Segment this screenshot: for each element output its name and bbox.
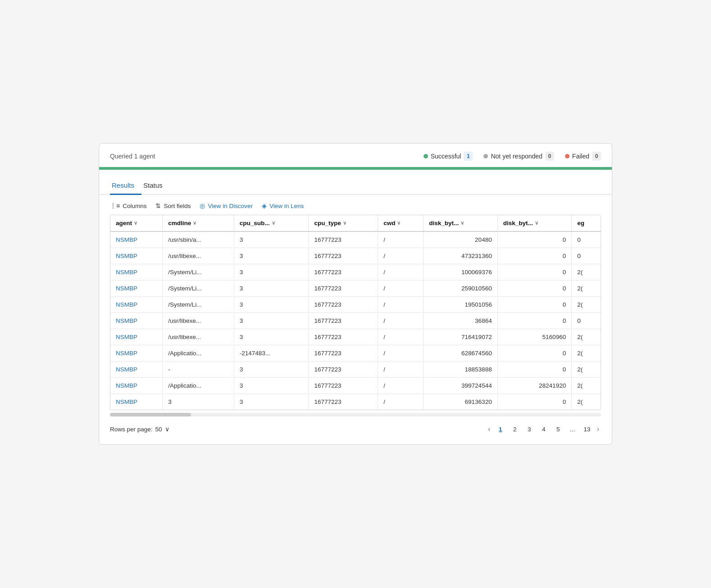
cell-cmdline: /System/Li... [163, 280, 234, 297]
cell-agent[interactable]: NSMBP [110, 378, 163, 394]
rows-per-page-label: Rows per page: [110, 426, 153, 433]
cell-agent[interactable]: NSMBP [110, 297, 163, 313]
page-3-button[interactable]: 3 [523, 423, 536, 435]
cell-eg: 0 [572, 313, 601, 329]
cell-cpu_type: 16777223 [309, 280, 378, 297]
table-row: NSMBP/System/Li...316777223/10006937602( [110, 264, 601, 280]
sort-disk1-icon: ∨ [460, 220, 464, 226]
cell-eg: 2( [572, 394, 601, 410]
columns-button[interactable]: ⋮≡ Columns [110, 202, 146, 209]
cell-disk_byt2: 5160960 [497, 329, 572, 345]
cell-eg: 0 [572, 248, 601, 264]
pagination: ‹ 1 2 3 4 5 … 13 › [486, 423, 601, 435]
lens-icon: ◈ [262, 202, 267, 209]
cell-cwd: / [378, 345, 424, 362]
cell-agent[interactable]: NSMBP [110, 264, 163, 280]
sort-cmdline-icon: ∨ [193, 220, 196, 226]
queried-label: Queried 1 agent [110, 153, 155, 160]
cell-cpu_sub: 3 [234, 297, 309, 313]
sort-fields-button[interactable]: ⇅ Sort fields [155, 202, 191, 209]
view-lens-button[interactable]: ◈ View in Lens [262, 202, 304, 209]
col-disk-byt1[interactable]: disk_byt... ∨ [424, 215, 498, 231]
col-agent[interactable]: agent ∨ [110, 215, 163, 231]
cell-disk_byt1: 20480 [424, 231, 498, 248]
cell-disk_byt2: 0 [497, 362, 572, 378]
cell-disk_byt1: 259010560 [424, 280, 498, 297]
cell-cpu_type: 16777223 [309, 231, 378, 248]
cell-agent[interactable]: NSMBP [110, 394, 163, 410]
cell-cwd: / [378, 329, 424, 345]
cell-agent[interactable]: NSMBP [110, 345, 163, 362]
cell-eg: 0 [572, 231, 601, 248]
sort-icon: ⇅ [155, 202, 161, 209]
cell-disk_byt1: 69136320 [424, 394, 498, 410]
table-row: NSMBP/System/Li...316777223/1950105602( [110, 297, 601, 313]
cell-cwd: / [378, 297, 424, 313]
cell-cpu_sub: 3 [234, 248, 309, 264]
cell-cpu_type: 16777223 [309, 264, 378, 280]
rows-per-page[interactable]: Rows per page: 50 ∨ [110, 425, 169, 433]
cell-disk_byt2: 0 [497, 313, 572, 329]
cell-disk_byt1: 100069376 [424, 264, 498, 280]
horizontal-scrollbar[interactable] [110, 413, 601, 416]
tab-status[interactable]: Status [141, 177, 170, 195]
page-4-button[interactable]: 4 [538, 423, 550, 435]
cell-agent[interactable]: NSMBP [110, 280, 163, 297]
failed-status: Failed 0 [565, 152, 601, 161]
col-cpu-type[interactable]: cpu_type ∨ [309, 215, 378, 231]
cell-cmdline: /System/Li... [163, 264, 234, 280]
cell-cmdline: /System/Li... [163, 297, 234, 313]
cell-agent[interactable]: NSMBP [110, 329, 163, 345]
cell-eg: 2( [572, 280, 601, 297]
failed-label: Failed [572, 153, 589, 160]
table-row: NSMBP/usr/libexe...316777223/71641907251… [110, 329, 601, 345]
cell-agent[interactable]: NSMBP [110, 362, 163, 378]
data-table: agent ∨ cmdline ∨ cpu_sub... ∨ [110, 215, 601, 410]
prev-page-button[interactable]: ‹ [486, 423, 492, 435]
cell-cpu_type: 16777223 [309, 329, 378, 345]
cell-disk_byt1: 628674560 [424, 345, 498, 362]
col-eg[interactable]: eg [572, 215, 601, 231]
cell-cmdline: /usr/sbin/a... [163, 231, 234, 248]
page-5-button[interactable]: 5 [552, 423, 565, 435]
cell-agent[interactable]: NSMBP [110, 231, 163, 248]
sort-disk2-icon: ∨ [535, 220, 538, 226]
col-cpu-sub[interactable]: cpu_sub... ∨ [234, 215, 309, 231]
cell-disk_byt2: 28241920 [497, 378, 572, 394]
cell-cpu_type: 16777223 [309, 297, 378, 313]
cell-agent[interactable]: NSMBP [110, 313, 163, 329]
table-row: NSMBP-316777223/1885388802( [110, 362, 601, 378]
page-2-button[interactable]: 2 [509, 423, 521, 435]
cell-cwd: / [378, 264, 424, 280]
cell-cpu_sub: 3 [234, 329, 309, 345]
page-13-button[interactable]: 13 [581, 423, 593, 435]
cell-agent[interactable]: NSMBP [110, 248, 163, 264]
cell-cwd: / [378, 231, 424, 248]
cell-cmdline: /usr/libexe... [163, 313, 234, 329]
next-page-button[interactable]: › [595, 423, 601, 435]
cell-disk_byt2: 0 [497, 394, 572, 410]
status-summary: Successful 1 Not yet responded 0 Failed … [424, 152, 601, 161]
cell-eg: 2( [572, 297, 601, 313]
cell-cmdline: /Applicatio... [163, 345, 234, 362]
cell-cpu_type: 16777223 [309, 362, 378, 378]
cell-disk_byt1: 716419072 [424, 329, 498, 345]
cell-cpu_sub: 3 [234, 231, 309, 248]
cell-cwd: / [378, 280, 424, 297]
cell-disk_byt2: 0 [497, 280, 572, 297]
page-1-button[interactable]: 1 [494, 423, 507, 435]
col-cwd[interactable]: cwd ∨ [378, 215, 424, 231]
failed-count: 0 [592, 152, 601, 161]
col-cmdline[interactable]: cmdline ∨ [163, 215, 234, 231]
tab-results[interactable]: Results [110, 177, 141, 195]
cell-disk_byt1: 18853888 [424, 362, 498, 378]
col-disk-byt2[interactable]: disk_byt... ∨ [497, 215, 572, 231]
view-discover-button[interactable]: ◎ View in Discover [200, 202, 253, 209]
rows-per-page-chevron: ∨ [165, 425, 169, 433]
page-ellipsis: … [566, 423, 579, 435]
rows-per-page-value: 50 [155, 426, 162, 433]
data-table-wrapper[interactable]: agent ∨ cmdline ∨ cpu_sub... ∨ [110, 215, 601, 410]
header: Queried 1 agent Successful 1 Not yet res… [99, 144, 612, 167]
not-responded-label: Not yet responded [491, 153, 542, 160]
cell-eg: 2( [572, 345, 601, 362]
